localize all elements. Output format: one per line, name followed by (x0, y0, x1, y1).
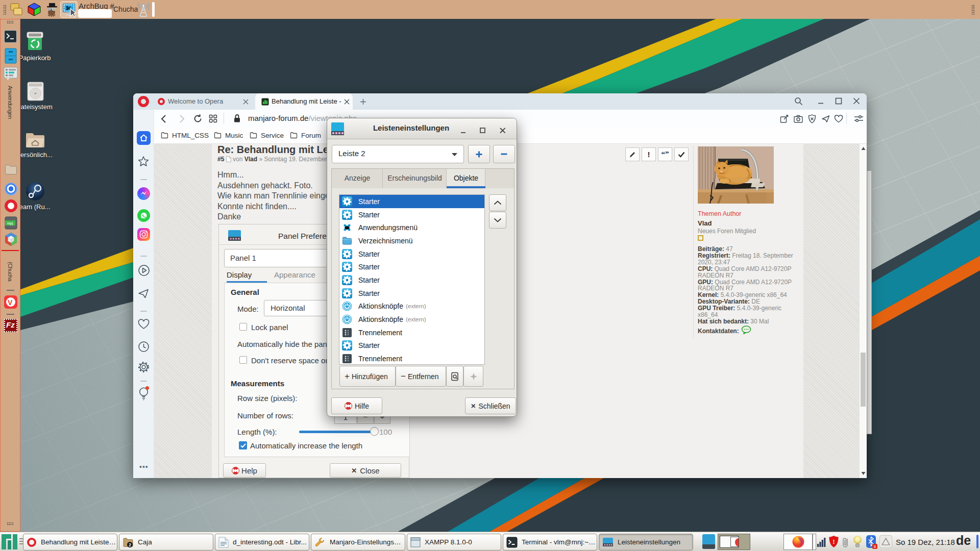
svg-text:!: ! (832, 538, 835, 545)
svg-text:nqq: nqq (7, 221, 13, 226)
svg-text:2: 2 (129, 542, 131, 547)
